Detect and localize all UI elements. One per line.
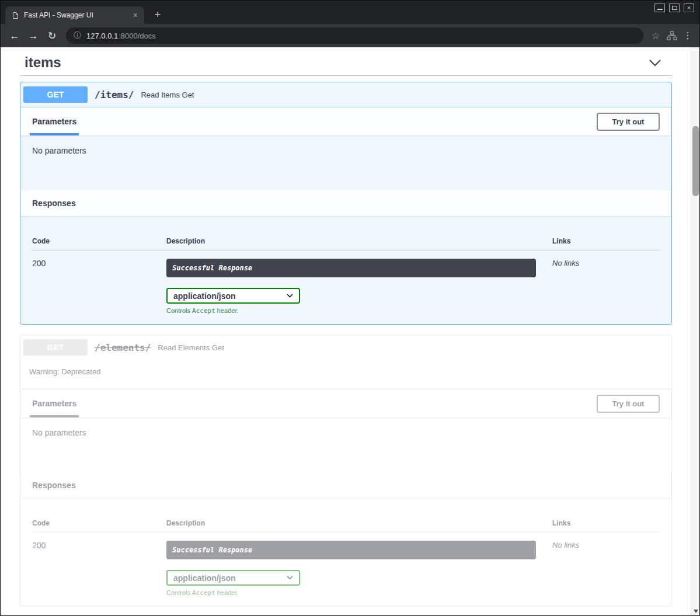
tab-close-icon[interactable]: × xyxy=(131,11,140,20)
code-column-header: Code xyxy=(32,237,166,245)
deprecated-warning: Warning: Deprecated xyxy=(20,360,671,389)
window-controls: × xyxy=(654,4,694,12)
media-type-value: application/json xyxy=(173,291,236,301)
parameters-body: No parameters xyxy=(20,417,671,472)
opblock-get-items: GET /items/ Read Items Get Parameters Tr… xyxy=(20,82,672,325)
browser-titlebar: Fast API - Swagger UI × + × xyxy=(1,1,699,24)
method-badge: GET xyxy=(23,86,88,103)
browser-window: Fast API - Swagger UI × + × ← → ↻ ⓘ 127.… xyxy=(0,0,700,616)
description-column-header: Description xyxy=(166,519,552,527)
accept-note-token: Accept xyxy=(192,307,215,315)
opblock-body: Parameters Try it out No parameters Resp… xyxy=(20,107,671,324)
endpoint-path: /items/ xyxy=(95,89,134,100)
reload-icon[interactable]: ↻ xyxy=(43,31,61,41)
swagger-ui: items GET /items/ Read Items Get Paramet… xyxy=(1,47,691,615)
response-description: Successful Response xyxy=(166,259,536,277)
url-host: 127.0.0.1 xyxy=(86,32,118,40)
menu-dots-icon[interactable]: ⋮ xyxy=(681,30,695,41)
parameters-label: Parameters xyxy=(32,399,76,408)
opblock-summary[interactable]: GET /items/ Read Items Get xyxy=(20,82,671,107)
maximize-icon xyxy=(672,6,677,10)
links-column-header: Links xyxy=(552,519,660,527)
responses-body: Code Description Links 200 Successful Re… xyxy=(20,216,671,324)
response-row: 200 Successful Response application/json xyxy=(32,533,660,597)
minimize-icon xyxy=(657,9,663,10)
info-icon[interactable]: ⓘ xyxy=(74,30,81,41)
status-code: 200 xyxy=(32,541,166,597)
endpoint-summary: Read Elements Get xyxy=(158,343,224,352)
responses-label: Responses xyxy=(32,481,76,490)
accept-note-prefix: Controls xyxy=(166,307,192,314)
scroll-down-arrow-icon xyxy=(694,610,698,613)
accept-header-note: Controls Accept header. xyxy=(166,589,552,597)
accept-note-token: Accept xyxy=(192,589,215,597)
try-it-out-button[interactable]: Try it out xyxy=(597,395,660,413)
forward-icon[interactable]: → xyxy=(24,31,43,41)
responses-header: Responses xyxy=(20,472,671,498)
media-type-value: application/json xyxy=(173,573,236,583)
responses-label: Responses xyxy=(32,199,76,208)
endpoint-path: /elements/ xyxy=(95,342,151,353)
accept-note-suffix: header. xyxy=(215,589,239,596)
tab-title: Fast API - Swagger UI xyxy=(24,11,126,19)
status-code: 200 xyxy=(32,259,166,315)
active-tab-underline xyxy=(30,133,79,135)
opblock-summary-wrap: GET /elements/ Read Elements Get Warning… xyxy=(20,335,671,389)
links-column-header: Links xyxy=(552,237,660,245)
responses-body: Code Description Links 200 Successful Re… xyxy=(20,498,671,606)
responses-header: Responses xyxy=(20,190,671,216)
browser-toolbar: ← → ↻ ⓘ 127.0.0.1 :8000/docs ☆ ⋮ xyxy=(1,24,699,47)
browser-tab[interactable]: Fast API - Swagger UI × xyxy=(5,6,144,24)
responses-table-head: Code Description Links xyxy=(32,237,660,250)
no-parameters-text: No parameters xyxy=(32,146,86,155)
accept-header-note: Controls Accept header. xyxy=(166,307,552,315)
back-icon[interactable]: ← xyxy=(5,31,24,41)
tag-title: items xyxy=(25,54,61,71)
parameters-label: Parameters xyxy=(32,117,76,126)
response-description: Successful Response xyxy=(166,541,536,559)
sitemap-icon[interactable] xyxy=(663,31,681,40)
bookmark-star-icon[interactable]: ☆ xyxy=(648,30,663,42)
maximize-button[interactable] xyxy=(669,4,680,12)
code-column-header: Code xyxy=(32,519,166,527)
scrollbar[interactable] xyxy=(691,47,699,615)
new-tab-button[interactable]: + xyxy=(151,8,164,21)
endpoint-summary: Read Items Get xyxy=(141,91,194,99)
try-it-out-button[interactable]: Try it out xyxy=(597,113,660,131)
opblock-body: Parameters Try it out No parameters Resp… xyxy=(20,389,671,606)
responses-table-head: Code Description Links xyxy=(32,519,660,533)
select-chevron-icon xyxy=(287,576,293,580)
url-bar[interactable]: ⓘ 127.0.0.1 :8000/docs xyxy=(66,27,643,44)
close-button[interactable]: × xyxy=(684,4,694,12)
select-chevron-icon xyxy=(287,294,293,298)
links-cell: No links xyxy=(552,541,660,597)
scrollbar-thumb[interactable] xyxy=(692,126,699,196)
page-content: items GET /items/ Read Items Get Paramet… xyxy=(1,47,699,615)
tag-section-header[interactable]: items xyxy=(20,50,672,76)
minimize-button[interactable] xyxy=(654,4,665,12)
active-tab-underline xyxy=(30,415,79,417)
description-column-header: Description xyxy=(166,237,552,245)
chevron-down-icon[interactable] xyxy=(649,59,661,67)
parameters-header: Parameters Try it out xyxy=(20,389,671,417)
parameters-header: Parameters Try it out xyxy=(20,107,671,135)
opblock-get-elements-deprecated: GET /elements/ Read Elements Get Warning… xyxy=(20,335,672,607)
parameters-body: No parameters xyxy=(20,135,671,190)
accept-note-suffix: header. xyxy=(215,307,239,314)
url-path: :8000/docs xyxy=(119,32,156,40)
scrollbar-down-button[interactable] xyxy=(691,607,699,615)
links-cell: No links xyxy=(552,259,660,315)
response-row: 200 Successful Response application/json xyxy=(32,250,660,315)
no-parameters-text: No parameters xyxy=(32,428,86,437)
method-badge: GET xyxy=(23,339,88,356)
close-icon: × xyxy=(687,5,691,11)
opblock-summary[interactable]: GET /elements/ Read Elements Get xyxy=(20,335,671,360)
accept-note-prefix: Controls xyxy=(166,589,192,596)
media-type-select[interactable]: application/json xyxy=(166,570,300,586)
response-description-cell: Successful Response application/json Con… xyxy=(166,259,552,315)
page-icon xyxy=(12,12,19,19)
response-description-cell: Successful Response application/json Con… xyxy=(166,541,552,597)
media-type-select[interactable]: application/json xyxy=(166,288,300,304)
